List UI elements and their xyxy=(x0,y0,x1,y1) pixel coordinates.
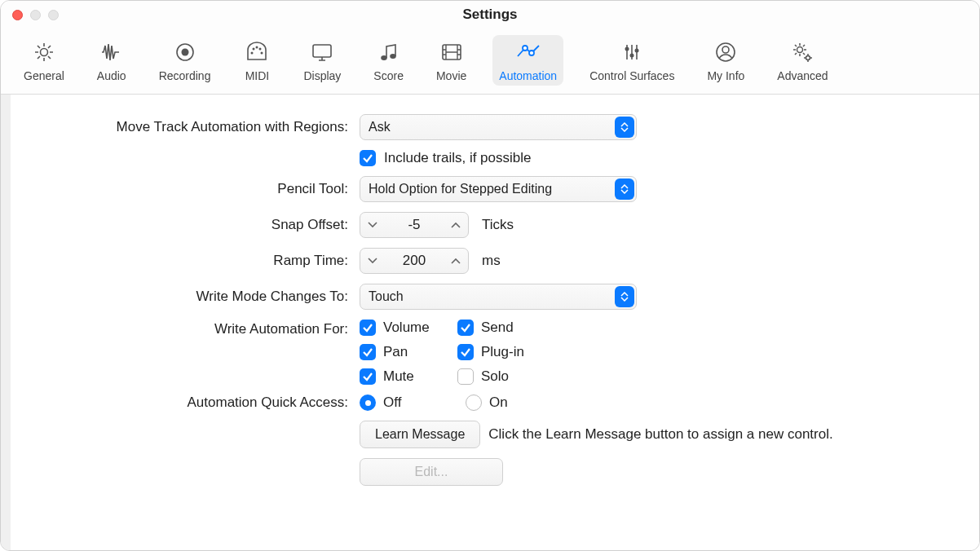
tab-label: Movie xyxy=(436,69,466,82)
ramp-time-stepper[interactable]: 200 xyxy=(360,248,469,274)
ramp-time-label: Ramp Time: xyxy=(33,253,351,269)
snap-offset-label: Snap Offset: xyxy=(33,217,351,233)
plugin-checkbox[interactable] xyxy=(457,344,474,360)
svg-point-18 xyxy=(722,46,729,53)
pencil-tool-popup[interactable]: Hold Option for Stepped Editing xyxy=(360,176,637,202)
svg-point-12 xyxy=(523,46,528,51)
display-icon xyxy=(308,38,336,66)
volume-checkbox[interactable] xyxy=(360,320,376,336)
tab-movie[interactable]: Movie xyxy=(430,35,473,86)
stepper-value: 200 xyxy=(385,253,444,269)
tab-advanced[interactable]: Advanced xyxy=(770,35,834,86)
gears-icon xyxy=(788,38,816,66)
tab-label: Recording xyxy=(159,69,211,82)
popup-arrows-icon xyxy=(615,179,634,200)
settings-toolbar: General Audio Recording MIDI Display Sco… xyxy=(1,29,979,95)
include-trails-label: Include trails, if possible xyxy=(384,150,531,166)
edit-button[interactable]: Edit... xyxy=(360,458,503,486)
svg-point-0 xyxy=(40,49,47,56)
radio-off-label: Off xyxy=(383,395,401,411)
tab-midi[interactable]: MIDI xyxy=(236,35,277,86)
tab-label: Control Surfaces xyxy=(589,69,674,82)
chevron-down-icon xyxy=(368,222,377,228)
popup-value: Touch xyxy=(369,289,404,304)
svg-rect-8 xyxy=(313,45,331,57)
send-checkbox[interactable] xyxy=(457,320,474,336)
automation-icon xyxy=(514,38,542,66)
ramp-time-unit: ms xyxy=(482,253,501,269)
tab-label: General xyxy=(24,69,64,82)
volume-label: Volume xyxy=(383,320,430,336)
tab-automation[interactable]: Automation xyxy=(492,35,563,86)
svg-point-7 xyxy=(256,46,258,49)
chevron-down-icon xyxy=(368,258,377,264)
popup-value: Hold Option for Stepped Editing xyxy=(369,182,552,196)
learn-hint-text: Click the Learn Message button to assign… xyxy=(488,426,832,443)
tab-label: Automation xyxy=(499,69,557,82)
mute-label: Mute xyxy=(383,368,414,385)
tab-display[interactable]: Display xyxy=(297,35,347,86)
chevron-up-icon xyxy=(451,258,461,264)
snap-offset-unit: Ticks xyxy=(482,217,514,233)
svg-point-16 xyxy=(635,49,639,53)
quick-access-label: Automation Quick Access: xyxy=(33,395,351,411)
mute-checkbox[interactable] xyxy=(360,368,376,385)
music-notes-icon xyxy=(375,38,403,66)
svg-point-10 xyxy=(391,55,395,58)
stepper-down-button[interactable] xyxy=(360,249,385,273)
sliders-icon xyxy=(618,38,646,66)
tab-audio[interactable]: Audio xyxy=(90,35,133,86)
window-title: Settings xyxy=(1,7,979,23)
pencil-tool-label: Pencil Tool: xyxy=(33,181,351,197)
solo-checkbox[interactable] xyxy=(457,368,474,385)
gear-icon xyxy=(30,38,58,66)
stepper-down-button[interactable] xyxy=(360,213,385,237)
svg-point-3 xyxy=(251,52,254,55)
midi-icon xyxy=(243,38,271,66)
snap-offset-stepper[interactable]: -5 xyxy=(360,212,469,238)
tab-label: Audio xyxy=(97,69,126,82)
tab-my-info[interactable]: My Info xyxy=(700,35,751,86)
svg-point-5 xyxy=(253,48,255,51)
chevron-up-icon xyxy=(451,222,461,228)
write-mode-label: Write Mode Changes To: xyxy=(33,289,351,305)
include-trails-checkbox[interactable] xyxy=(360,150,376,166)
tab-label: Display xyxy=(303,69,341,82)
film-icon xyxy=(438,38,466,66)
stepper-value: -5 xyxy=(385,217,444,233)
tab-label: MIDI xyxy=(245,69,270,82)
svg-point-20 xyxy=(806,56,810,60)
tab-recording[interactable]: Recording xyxy=(152,35,218,86)
tab-label: Score xyxy=(373,69,404,82)
waveform-icon xyxy=(98,38,126,66)
record-icon xyxy=(171,38,199,66)
learn-message-button[interactable]: Learn Message xyxy=(360,421,480,448)
pan-checkbox[interactable] xyxy=(360,344,376,360)
tab-general[interactable]: General xyxy=(17,35,71,86)
svg-point-15 xyxy=(630,54,634,58)
move-track-popup[interactable]: Ask xyxy=(360,114,637,140)
stepper-up-button[interactable] xyxy=(444,213,468,237)
svg-point-19 xyxy=(797,47,803,53)
quick-access-off-radio[interactable] xyxy=(360,395,376,411)
send-label: Send xyxy=(481,320,514,336)
solo-label: Solo xyxy=(481,368,509,385)
popup-arrows-icon xyxy=(615,117,634,138)
tab-score[interactable]: Score xyxy=(367,35,410,86)
svg-point-4 xyxy=(261,52,263,55)
stepper-up-button[interactable] xyxy=(444,249,468,273)
svg-point-6 xyxy=(259,48,262,51)
move-track-label: Move Track Automation with Regions: xyxy=(33,119,351,135)
plugin-label: Plug-in xyxy=(481,344,524,360)
tab-control-surfaces[interactable]: Control Surfaces xyxy=(583,35,681,86)
tab-label: My Info xyxy=(707,69,744,82)
content-area: Move Track Automation with Regions: Ask xyxy=(11,95,979,550)
user-icon xyxy=(712,38,739,66)
svg-point-14 xyxy=(625,47,629,51)
button-label: Learn Message xyxy=(375,427,465,442)
radio-on-label: On xyxy=(489,395,508,411)
svg-point-9 xyxy=(382,56,386,60)
button-label: Edit... xyxy=(415,465,448,479)
quick-access-on-radio[interactable] xyxy=(466,395,482,411)
write-mode-popup[interactable]: Touch xyxy=(360,284,637,310)
